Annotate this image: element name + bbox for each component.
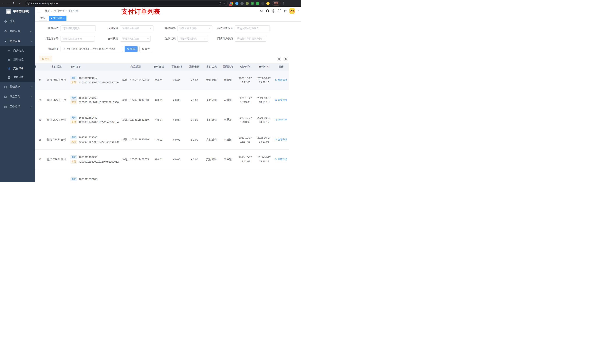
order-id: 18: [35, 130, 44, 149]
share-icon[interactable]: [219, 2, 221, 5]
table-row: 19 微信 JSAPI 支付 商户1635311881440 支付4200001…: [35, 110, 289, 130]
search-icon[interactable]: [260, 10, 263, 13]
site-info-icon[interactable]: i: [27, 2, 30, 5]
breadcrumb-current: 支付订单: [68, 9, 79, 13]
sidebar-item-label: 研发工具: [10, 95, 28, 98]
app-select[interactable]: 请选择应用信息: [120, 25, 153, 31]
refund-status-select[interactable]: 请选择退款状态: [178, 36, 208, 42]
tab-pay-order[interactable]: 支付订单 ×: [49, 16, 66, 21]
header-amount: 支付金额: [150, 63, 168, 70]
download-icon: [42, 58, 44, 60]
toolbar-refresh-button[interactable]: ↻: [284, 57, 288, 61]
tab-close-icon[interactable]: ×: [63, 17, 64, 20]
extension-icon-check[interactable]: ✓: [251, 2, 254, 5]
table-row: 21 微信 JSAPI 支付 商户1635312124657 支付4200001…: [35, 70, 289, 90]
hamburger-button[interactable]: [38, 10, 42, 12]
merchant-order-no: 1635312124657: [79, 77, 97, 80]
sidebar-subitem-merchant-info[interactable]: ▭ 商户信息: [0, 46, 35, 55]
active-tab-dot: [51, 18, 52, 19]
extension-icon-chat[interactable]: [256, 2, 259, 5]
extensions-puzzle-icon[interactable]: 10: [230, 2, 233, 5]
breadcrumb-payment[interactable]: 支付管理: [54, 9, 64, 13]
help-icon[interactable]: ?: [272, 10, 275, 13]
pay-channel: 微信 JSAPI 支付: [44, 130, 68, 149]
channel-pay-no: 4200001173202110272847982104: [79, 121, 119, 124]
view-detail-link[interactable]: 查看详情: [275, 79, 287, 82]
channel-code-select[interactable]: 请输入渠道编码: [178, 25, 212, 31]
search-button[interactable]: 搜索: [125, 46, 138, 52]
navbar-actions: ? TT ▾: [260, 7, 299, 15]
chevron-down-icon: [263, 37, 265, 39]
merchant-order-no-input[interactable]: [235, 25, 270, 31]
bookmark-star-icon[interactable]: ☆: [223, 2, 225, 5]
tab-home[interactable]: 首页: [39, 16, 47, 21]
sidebar-subitem-pay-order[interactable]: ◎ 支付订单: [0, 64, 35, 73]
user-avatar[interactable]: [289, 8, 295, 14]
logo-avatar: [6, 9, 11, 14]
pay-time: 2021-10-2713:22:15: [255, 70, 273, 90]
pay-amount: ¥ 0.01: [150, 70, 168, 90]
sidebar-subitem-app-info[interactable]: ▦ 应用信息: [0, 55, 35, 64]
sidebar-item-payment[interactable]: ¥ 支付管理: [0, 36, 35, 46]
chevron-down-icon: [30, 86, 32, 87]
back-button[interactable]: ←: [0, 2, 6, 5]
create-time: 2021-10-2713:17:03: [236, 130, 255, 149]
toolbar-search-toggle-button[interactable]: [277, 57, 281, 61]
goods-title: 标题：1635311823086: [121, 130, 150, 149]
export-button[interactable]: 导出: [39, 56, 52, 61]
extension-icon-dark[interactable]: [261, 2, 264, 5]
sidebar-item-label: 支付管理: [10, 40, 28, 43]
app-logo[interactable]: 芋道管理系统: [0, 7, 35, 16]
view-detail-link[interactable]: 查看详情: [275, 118, 287, 122]
browser-menu-icon[interactable]: ⋮: [282, 2, 285, 5]
home-button[interactable]: ⌂: [17, 2, 23, 5]
sidebar-item-home[interactable]: ◷ 首页: [0, 16, 35, 26]
create-time: 2021-10-2713:22:05: [236, 70, 255, 90]
extension-icon-olive[interactable]: [246, 2, 249, 5]
sidebar-item-system[interactable]: ⚙ 系统管理: [0, 26, 35, 36]
pay-tag: 支付: [71, 100, 77, 104]
sidebar-item-infrastructure[interactable]: ▢ 基础设施: [0, 82, 35, 92]
sidebar-item-devtools[interactable]: ◲ 研发工具: [0, 92, 35, 102]
sidebar-subitem-refund-order[interactable]: ▤ 退款订单: [0, 73, 35, 82]
reset-button[interactable]: ↻ 重置: [140, 46, 152, 52]
toolbox-icon: ◲: [4, 95, 7, 98]
briefcase-icon: ▥: [4, 105, 7, 108]
font-size-icon[interactable]: TT: [284, 10, 287, 13]
sidebar-item-workflow[interactable]: ▥ 工作流程: [0, 102, 35, 112]
order-id: 17: [35, 149, 44, 169]
browser-update-button[interactable]: 更新: [272, 1, 280, 6]
sidebar-item-label: 系统管理: [10, 30, 28, 33]
notify-status-select[interactable]: 请选择订单回调商户状态: [235, 36, 266, 42]
fullscreen-icon[interactable]: [278, 10, 281, 12]
view-detail-link[interactable]: 查看详情: [275, 158, 287, 161]
fee-amount: ¥ 0.00: [168, 70, 185, 90]
breadcrumb-separator: /: [52, 10, 52, 12]
extension-icon-blue[interactable]: [235, 2, 238, 5]
reload-button[interactable]: ↻: [11, 2, 17, 5]
date-start-value: 2021-10-01 00:00:00: [66, 48, 89, 51]
caret-down-icon[interactable]: ▾: [298, 10, 299, 12]
header-notify: 回调状态: [220, 63, 236, 70]
order-numbers: 商户1635312124657 支付4200001174202110278060…: [68, 70, 121, 90]
address-bar[interactable]: i localhost:1024/pay/order ☆: [25, 1, 228, 6]
owner-input[interactable]: [61, 25, 96, 31]
pay-status-select[interactable]: 请选择支付状态: [120, 36, 151, 42]
page-title-annotation: 支付订单列表: [121, 7, 160, 16]
pay-channel: 微信 JSAPI 支付: [44, 110, 68, 130]
view-detail-link[interactable]: 查看详情: [275, 98, 287, 102]
breadcrumb-home[interactable]: 首页: [45, 9, 50, 13]
forward-button[interactable]: →: [6, 2, 11, 5]
pay-tag: 支付: [71, 140, 77, 144]
view-detail-link[interactable]: 查看详情: [275, 138, 287, 141]
header-fee: 手续金额: [168, 63, 185, 70]
extension-icon-face[interactable]: [266, 2, 269, 5]
extension-icon-gray[interactable]: [240, 2, 244, 5]
date-range-input[interactable]: 2021-10-01 00:00:00 - 2021-10-31 23:59:5…: [61, 46, 123, 52]
monitor-icon: ▢: [4, 85, 7, 88]
github-icon[interactable]: [266, 9, 269, 13]
sidebar-item-label: 基础设施: [10, 85, 28, 88]
create-time: 2021-10-2713:11:08: [236, 149, 255, 169]
pay-status: 支付成功: [203, 110, 220, 130]
channel-order-no-input[interactable]: [61, 36, 95, 42]
